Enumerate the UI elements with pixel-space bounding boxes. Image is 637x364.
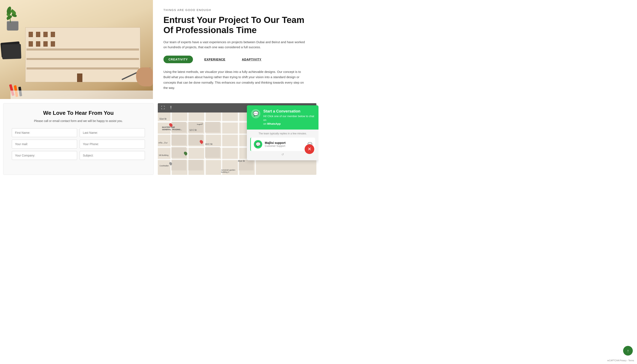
- whatsapp-subtitle: Hi! Click one of our member below to cha…: [263, 114, 314, 126]
- tab-adaptivity[interactable]: ADAPTIVITY: [237, 56, 266, 63]
- company-input[interactable]: [12, 151, 77, 160]
- form-description: Please call or email contact form and we…: [12, 119, 145, 123]
- form-title: We Love To Hear From You: [12, 110, 145, 116]
- agent-icon: 💬: [256, 142, 261, 147]
- agent-avatar: 💬: [254, 140, 262, 148]
- hero-image: [0, 0, 153, 99]
- first-name-input[interactable]: [12, 128, 77, 137]
- email-input[interactable]: [12, 140, 77, 148]
- contact-form: We Love To Hear From You Please call or …: [3, 103, 154, 175]
- map-panel: ⛶ ⭱ انشاء خريطتك الخاصة: [156, 103, 318, 175]
- last-name-input[interactable]: [80, 128, 145, 137]
- tabs-container: CREATIVITY EXPERIENCE ADAPTIVITY: [164, 56, 308, 63]
- whatsapp-close-button[interactable]: ✕: [304, 144, 314, 154]
- agent-role: Customer Support: [265, 144, 305, 148]
- subject-input[interactable]: [80, 151, 145, 160]
- tab-experience[interactable]: EXPERIENCE: [199, 56, 230, 63]
- whatsapp-logo: 💬: [251, 109, 260, 118]
- hero-description: Our team of experts have a vast experien…: [164, 40, 308, 50]
- whatsapp-header: 💬 Start a Conversation Hi! Click one of …: [247, 105, 318, 130]
- whatsapp-header-text: Start a Conversation Hi! Click one of ou…: [263, 109, 314, 126]
- whatsapp-popup: 💬 Start a Conversation Hi! Click one of …: [247, 105, 318, 160]
- whatsapp-subtitle-text: Hi! Click one of our member below to cha…: [263, 114, 314, 122]
- form-row-subject: [12, 151, 145, 160]
- agent-info: Majlisi support Customer Support: [265, 141, 305, 148]
- tab-content-text: Using the latest methods, we visualize y…: [164, 69, 308, 90]
- whatsapp-icon: 💬: [253, 111, 259, 116]
- whatsapp-bold: WhatsApp: [267, 122, 280, 125]
- form-row-name: [12, 128, 145, 137]
- phone-input[interactable]: [80, 140, 145, 148]
- share-icon[interactable]: ⭱: [169, 106, 173, 110]
- main-heading: Entrust Your Project To Our Team Of Prof…: [164, 15, 308, 36]
- whatsapp-reply-time: The team typically replies in a few minu…: [250, 132, 315, 135]
- fullscreen-icon[interactable]: ⛶: [161, 106, 165, 110]
- content-panel: THINGS ARE GOOD ENOUGH Entrust Your Proj…: [153, 0, 318, 99]
- tab-creativity[interactable]: CREATIVITY: [164, 56, 193, 63]
- section-subtitle: THINGS ARE GOOD ENOUGH: [164, 8, 308, 12]
- whatsapp-label-text: on WhatsApp: [263, 122, 280, 125]
- whatsapp-title: Start a Conversation: [263, 109, 314, 114]
- agent-name: Majlisi support: [265, 141, 305, 144]
- bottom-section: We Love To Hear From You Please call or …: [0, 99, 318, 179]
- form-row-contact: [12, 140, 145, 148]
